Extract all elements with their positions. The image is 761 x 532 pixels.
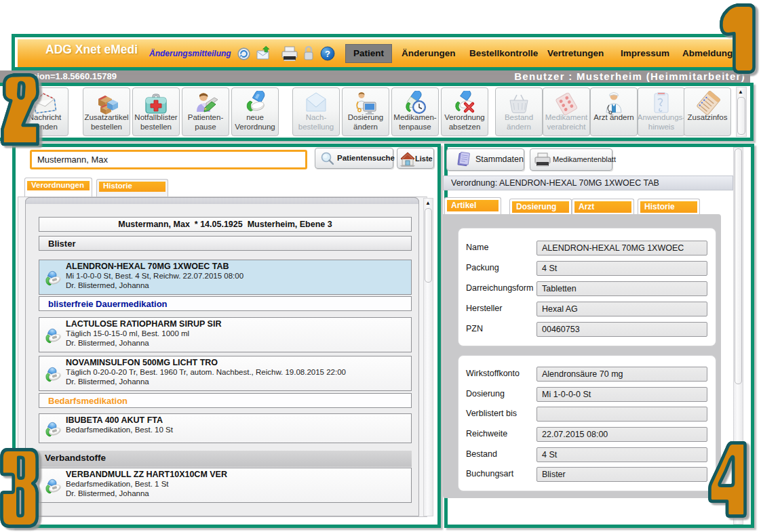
svg-text:?: ? — [325, 49, 330, 59]
